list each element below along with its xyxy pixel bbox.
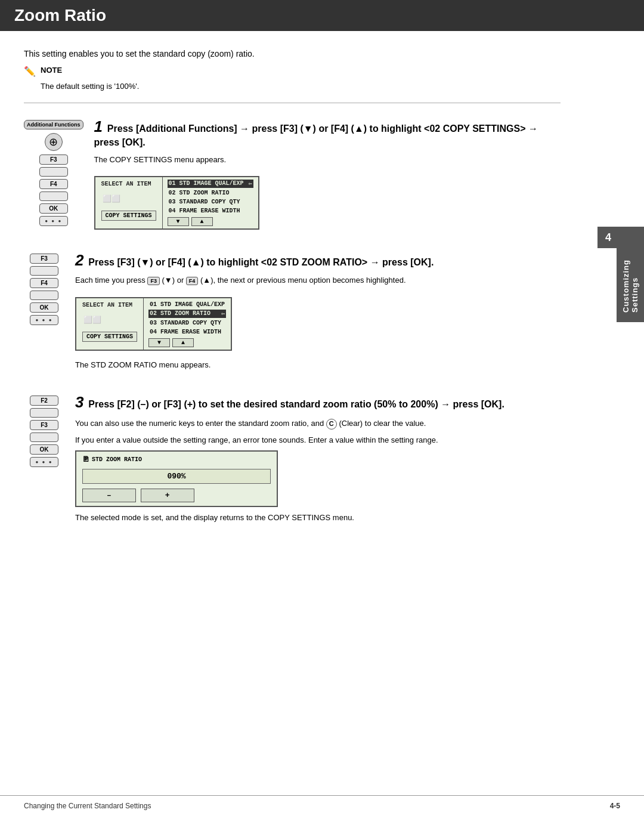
intro-text: This setting enables you to set the stan… bbox=[24, 49, 561, 58]
zoom-value: 090% bbox=[82, 469, 271, 484]
inline-f3-btn: F3 bbox=[147, 277, 160, 285]
lcd-item-2-0: 01 STD IMAGE QUAL/EXP bbox=[148, 301, 226, 308]
f4-button-step2: F4 bbox=[30, 278, 58, 288]
f2-button-step3: F2 bbox=[30, 396, 58, 406]
zoom-title-icon: 🖹 bbox=[82, 455, 89, 464]
lcd-arrow-1-0: ⇦ bbox=[249, 180, 252, 187]
lcd-item-1-0-text: 01 STD IMAGE QUAL/EXP bbox=[169, 180, 244, 187]
lcd-arrows-1: ⬜⬜ bbox=[103, 194, 156, 203]
ok-dots-step1: ● ● ● bbox=[44, 218, 64, 224]
page-footer: Changing the Current Standard Settings 4… bbox=[0, 795, 644, 816]
f3-button-step2: F3 bbox=[30, 254, 58, 264]
footer-page: 4-5 bbox=[610, 802, 620, 810]
ok-dots-step3: ● ● ● bbox=[34, 459, 54, 465]
additional-functions-label: Additional Functions bbox=[24, 120, 83, 129]
lcd-up-btn-2: ▲ bbox=[172, 338, 194, 347]
lcd-copy-settings-2: COPY SETTINGS bbox=[82, 332, 137, 342]
ok-key-step2: ● ● ● bbox=[30, 315, 58, 325]
step-3-container: F2 F3 OK ● ● ● 3 Press [F2] (–) or [F3] … bbox=[24, 393, 561, 529]
step-3-instruction: Press [F2] (–) or [F3] (+) to set the de… bbox=[88, 399, 504, 409]
lcd-nav-2: ▼ ▲ bbox=[148, 338, 226, 347]
lcd-down-btn-1: ▼ bbox=[168, 217, 189, 226]
step-2-instruction: Press [F3] (▼) or [F4] (▲) to highlight … bbox=[88, 257, 434, 267]
chapter-badge: 4 bbox=[597, 227, 619, 248]
lcd-down-btn-2: ▼ bbox=[148, 338, 170, 347]
ok-key-step3: ● ● ● bbox=[30, 457, 58, 467]
lcd-right-1: 01 STD IMAGE QUAL/EXP⇦ 02 STD ZOOM RATIO… bbox=[163, 177, 258, 228]
step-3-content: 3 Press [F2] (–) or [F3] (+) to set the … bbox=[75, 393, 561, 529]
ok-label-step2: OK bbox=[30, 302, 58, 313]
lcd-item-1-2: 03 STANDARD COPY QTY bbox=[168, 198, 253, 206]
zoom-minus-btn[interactable]: – bbox=[82, 489, 136, 502]
zoom-btn-row: – + bbox=[82, 489, 271, 502]
step-1-instruction: Press [Additional Functions] → press [F3… bbox=[94, 123, 538, 147]
step-1-container: Additional Functions ⊕ F3 F4 OK ● ● ● 1 … bbox=[24, 118, 561, 234]
lcd-right-2: 01 STD IMAGE QUAL/EXP 02 STD ZOOM RATIO⇦… bbox=[144, 298, 231, 350]
f3-key-step1 bbox=[39, 167, 68, 177]
step-2-heading: 2 Press [F3] (▼) or [F4] (▲) to highligh… bbox=[75, 251, 561, 270]
step-2-desc: Each time you press F3 (▼) or F4 (▲), th… bbox=[75, 276, 561, 285]
lcd-nav-1: ▼ ▲ bbox=[168, 217, 253, 226]
footer-left: Changing the Current Standard Settings bbox=[24, 802, 151, 810]
lcd-item-1-0: 01 STD IMAGE QUAL/EXP⇦ bbox=[168, 180, 253, 188]
zoom-screen: 🖹 STD ZOOM RATIO 090% – + bbox=[75, 450, 278, 507]
lcd-screen-2: SELECT AN ITEM ⬜⬜ COPY SETTINGS 01 STD I… bbox=[75, 297, 232, 351]
clear-circle: C bbox=[326, 419, 337, 430]
page-header: Zoom Ratio bbox=[0, 0, 644, 31]
step-1-content: 1 Press [Additional Functions] → press [… bbox=[94, 118, 561, 234]
step-2-number: 2 bbox=[75, 251, 83, 269]
lcd-left-1: SELECT AN ITEM ⬜⬜ COPY SETTINGS bbox=[95, 177, 163, 228]
note-section: ✏️ NOTE bbox=[24, 66, 561, 77]
lcd-select-label-1: SELECT AN ITEM bbox=[101, 181, 156, 187]
ok-dots-step2: ● ● ● bbox=[34, 317, 54, 323]
lcd-up-btn-1: ▲ bbox=[191, 217, 213, 226]
f2-key-step3 bbox=[30, 408, 58, 418]
step-3-buttons: F2 F3 OK ● ● ● bbox=[24, 396, 64, 467]
step-2-container: F3 F4 OK ● ● ● 2 Press [F3] (▼) or [F4] … bbox=[24, 251, 561, 376]
lcd-item-2-3: 04 FRAME ERASE WIDTH bbox=[148, 328, 226, 336]
step-1-heading: 1 Press [Additional Functions] → press [… bbox=[94, 118, 561, 149]
lcd-item-2-1-text: 02 STD ZOOM RATIO bbox=[150, 310, 210, 317]
ok-label-step1: OK bbox=[39, 203, 68, 214]
step-2-buttons: F3 F4 OK ● ● ● bbox=[24, 254, 64, 325]
step-2-content: 2 Press [F3] (▼) or [F4] (▲) to highligh… bbox=[75, 251, 561, 376]
f4-key-step1 bbox=[39, 191, 68, 201]
lcd-select-label-2: SELECT AN ITEM bbox=[82, 302, 137, 308]
step-3-after-desc: The selected mode is set, and the displa… bbox=[75, 513, 561, 522]
main-content: This setting enables you to set the stan… bbox=[0, 43, 584, 570]
f4-button-step1: F4 bbox=[39, 179, 68, 189]
zoom-plus-btn[interactable]: + bbox=[141, 489, 194, 502]
lcd-copy-settings-1: COPY SETTINGS bbox=[101, 211, 156, 221]
lcd-arrows-2: ⬜⬜ bbox=[83, 316, 137, 325]
lcd-left-2: SELECT AN ITEM ⬜⬜ COPY SETTINGS bbox=[76, 298, 144, 350]
step-3-desc2: If you enter a value outside the setting… bbox=[75, 434, 561, 446]
lcd-item-1-3: 04 FRAME ERASE WIDTH bbox=[168, 207, 253, 215]
lcd-screen-1: SELECT AN ITEM ⬜⬜ COPY SETTINGS 01 STD I… bbox=[94, 176, 259, 230]
step-1-buttons: Additional Functions ⊕ F3 F4 OK ● ● ● bbox=[24, 120, 83, 226]
step-1-desc: The COPY SETTINGS menu appears. bbox=[94, 155, 561, 164]
sidebar-label: Customizing Settings bbox=[617, 227, 644, 322]
page-title: Zoom Ratio bbox=[14, 6, 630, 25]
lcd-item-2-1: 02 STD ZOOM RATIO⇦ bbox=[148, 310, 226, 318]
inline-f4-btn: F4 bbox=[186, 277, 199, 285]
f3-key-step2 bbox=[30, 266, 58, 276]
step-3-desc1: You can also use the numeric keys to ent… bbox=[75, 418, 561, 430]
additional-functions-icon: ⊕ bbox=[45, 133, 63, 151]
step-2-after-desc: The STD ZOOM RATIO menu appears. bbox=[75, 360, 561, 369]
step-3-heading: 3 Press [F2] (–) or [F3] (+) to set the … bbox=[75, 393, 561, 412]
divider bbox=[24, 103, 561, 103]
lcd-arrow-2-1: ⇦ bbox=[221, 310, 225, 317]
f3-button-step1: F3 bbox=[39, 155, 68, 165]
lcd-item-2-2: 03 STANDARD COPY QTY bbox=[148, 319, 226, 327]
f3-button-step3: F3 bbox=[30, 420, 58, 430]
note-text: The default setting is '100%'. bbox=[41, 82, 561, 91]
f4-key-step2 bbox=[30, 291, 58, 300]
zoom-title-text: STD ZOOM RATIO bbox=[92, 456, 142, 463]
f3-key-step3 bbox=[30, 432, 58, 442]
zoom-title: 🖹 STD ZOOM RATIO bbox=[82, 455, 271, 464]
note-label: NOTE bbox=[41, 66, 62, 75]
ok-label-step3: OK bbox=[30, 444, 58, 455]
ok-key-step1: ● ● ● bbox=[39, 216, 68, 226]
step-1-number: 1 bbox=[94, 118, 103, 135]
step-3-number: 3 bbox=[75, 393, 83, 411]
